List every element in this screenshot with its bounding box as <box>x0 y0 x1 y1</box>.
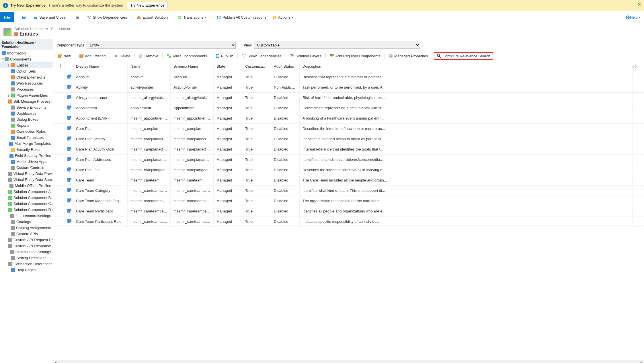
sidebar-item-catalogs[interactable]: Catalogs <box>0 219 53 225</box>
sidebar-item-dialog-boxes[interactable]: Dialog Boxes <box>0 116 53 122</box>
close-banner-icon[interactable]: ✕ <box>637 2 641 7</box>
sidebar-item-components[interactable]: ▽Components <box>0 56 53 62</box>
col-header-audit[interactable]: Audit Status <box>271 62 300 71</box>
component-type-select[interactable]: Entity <box>87 42 236 49</box>
save-button[interactable] <box>19 14 30 21</box>
sidebar-item-virtual-entity-data-prov-[interactable]: Virtual Entity Data Prov... <box>0 171 53 177</box>
sidebar-item-solution-component-r-[interactable]: Solution Component R... <box>0 207 53 213</box>
table-row[interactable]: Care Team Managing Organiza...msemr_care… <box>53 196 644 206</box>
scroll-right-icon[interactable]: ▶ <box>639 361 644 363</box>
cell-display-name: Care Team Managing Organiza... <box>73 196 128 205</box>
sidebar-item-plug-in-assemblies[interactable]: ▷Plug-in Assemblies <box>0 92 53 98</box>
file-menu-button[interactable]: File <box>0 12 14 22</box>
save-and-close-button[interactable]: Save and Close <box>31 14 68 21</box>
table-row[interactable]: Care Plan Goalmsemr_careplangoalmsemr_ca… <box>53 165 644 175</box>
col-header-customizable[interactable]: Customizable... <box>242 62 271 71</box>
table-row[interactable]: AccountaccountAccountManagedTrueDisabled… <box>53 72 644 82</box>
sidebar-item-field-security-profiles[interactable]: Field Security Profiles <box>0 153 53 159</box>
sidebar-item-processes[interactable]: Processes <box>0 86 53 92</box>
table-row[interactable]: Care Plan Activitymsemr_careplanactivity… <box>53 134 644 144</box>
sidebar-item-solution-component-b-[interactable]: Solution Component B... <box>0 195 53 201</box>
sidebar-item-information[interactable]: Information <box>0 50 53 56</box>
sidebar-item-option-sets[interactable]: Option Sets <box>0 68 53 74</box>
add-required-components-button[interactable]: +Add Required Components <box>327 53 383 59</box>
add-existing-button[interactable]: +Add Existing <box>77 53 108 59</box>
sidebar-item-service-endpoints[interactable]: Service Endpoints <box>0 104 53 110</box>
sidebar-item-catalog-assignments[interactable]: Catalog Assignments <box>0 225 53 231</box>
scroll-left-icon[interactable]: ◀ <box>53 361 58 363</box>
add-subcomponents-button[interactable]: Add Subcomponents <box>164 53 209 59</box>
try-new-experience-button[interactable]: Try New Experience <box>127 2 168 9</box>
horizontal-scrollbar[interactable]: ◀ ▶ <box>53 360 644 363</box>
sidebar-item-entities[interactable]: ▷Entities <box>0 62 53 68</box>
sidebar-item-featurecontrolsettings[interactable]: featurecontrolsettings <box>0 213 53 219</box>
expand-icon[interactable]: ▽ <box>2 58 5 61</box>
col-header-description[interactable]: Description <box>300 62 633 71</box>
sidebar-item-client-extensions[interactable]: Client Extensions <box>0 74 53 80</box>
sidebar-item-model-driven-apps[interactable]: Model-driven Apps <box>0 159 53 165</box>
sidebar-item-solution-component-c-[interactable]: Solution Component C... <box>0 201 53 207</box>
translations-icon <box>177 15 182 20</box>
remove-button[interactable]: Remove <box>136 53 161 59</box>
sidebar-item-custom-api-response-[interactable]: Custom API Response ... <box>0 243 53 249</box>
sidebar-item-custom-api-request-pa-[interactable]: Custom API Request Pa... <box>0 237 53 243</box>
table-row[interactable]: Allergy Intolerancemsemr_allergyintolera… <box>53 93 644 103</box>
col-header-display-name[interactable]: Display Name↑ <box>73 62 128 71</box>
cell-display-name: Appointment <box>73 104 128 112</box>
help-button[interactable]: ?Help▼ <box>625 15 641 20</box>
sidebar-item-sdk-message-processin-[interactable]: Sdk Message Processin... <box>0 98 53 104</box>
table-row[interactable]: Care Team Participant Rolemsemr_careteam… <box>53 216 644 227</box>
sidebar-item-web-resources[interactable]: Web Resources <box>0 80 53 86</box>
cell-customizable: True <box>242 104 271 112</box>
col-header-schema[interactable]: Schema Name <box>171 62 214 71</box>
translations-button[interactable]: Translations▼ <box>175 14 209 21</box>
table-row[interactable]: Appointment (EMR)msemr_appointmente...ms… <box>53 113 644 124</box>
col-header-state[interactable]: State <box>214 62 242 71</box>
sidebar-item-custom-apis[interactable]: Custom APIs <box>0 231 53 237</box>
sidebar-item-dashboards[interactable]: Dashboards <box>0 110 53 116</box>
table-row[interactable]: Care Planmsemr_careplanmsemr_careplanMan… <box>53 124 644 134</box>
sidebar-item-mail-merge-templates[interactable]: Mail Merge Templates <box>0 140 53 147</box>
table-row[interactable]: Care Plan Addressesmsemr_careplanaddre..… <box>53 155 644 165</box>
nav-icon <box>11 136 15 140</box>
sidebar-item-email-templates[interactable]: Email Templates <box>0 134 53 140</box>
publish-all-button[interactable]: Publish All Customizations <box>214 14 268 21</box>
sidebar-item-custom-controls[interactable]: Custom Controls <box>0 165 53 171</box>
delete-button[interactable]: ✕Delete <box>112 53 133 59</box>
sidebar-item-connection-roles[interactable]: Connection Roles <box>0 128 53 134</box>
show-dependencies-button[interactable]: Show Dependencies <box>85 14 129 21</box>
show-dependencies-grid-button[interactable]: Show Dependencies <box>239 53 284 59</box>
refresh-button[interactable] <box>633 64 644 69</box>
new-button[interactable]: New <box>55 53 73 59</box>
view-select[interactable]: Customizable <box>254 42 420 49</box>
sidebar-item-connection-references[interactable]: Connection References <box>0 261 53 267</box>
publish-button[interactable]: Publish <box>213 53 236 59</box>
select-all-checkbox[interactable] <box>53 62 65 71</box>
cell-state: Managed <box>214 114 242 123</box>
expand-icon[interactable]: ▷ <box>8 94 11 97</box>
col-header-name[interactable]: Name <box>128 62 171 71</box>
sidebar-item-reports[interactable]: Reports <box>0 122 53 128</box>
expand-icon[interactable]: ▷ <box>8 64 11 67</box>
sidebar-item-label: Help Pages <box>16 268 36 272</box>
export-solution-button[interactable]: Export Solution <box>134 14 170 21</box>
table-row[interactable]: Care Plan Activity Goalmsemr_careplanact… <box>53 144 644 155</box>
chevron-down-icon: ▼ <box>204 16 207 19</box>
sidebar-item-solution-component-a-[interactable]: Solution Component A... <box>0 189 53 195</box>
table-row[interactable]: Care Team Participantmsemr_careteamparti… <box>53 206 644 216</box>
sidebar-item-virtual-entity-data-sour-[interactable]: Virtual Entity Data Sour... <box>0 177 53 183</box>
table-row[interactable]: ActivityactivitypointerActivityPointerMa… <box>53 82 644 93</box>
actions-button[interactable]: Actions▼ <box>270 14 296 21</box>
table-row[interactable]: Care Teammsemr_careteammsemr_careteamMan… <box>53 175 644 186</box>
print-button[interactable] <box>73 14 83 21</box>
sidebar-item-mobile-offline-profiles[interactable]: Mobile Offline Profiles <box>0 183 53 189</box>
solution-layers-button[interactable]: Solution Layers <box>288 53 324 59</box>
table-row[interactable]: AppointmentappointmentAppointmentManaged… <box>53 103 644 113</box>
sidebar-item-security-roles[interactable]: Security Roles <box>0 147 53 153</box>
sidebar-item-organization-settings[interactable]: Organization Settings <box>0 249 53 255</box>
sidebar-item-setting-definitions[interactable]: Setting Definitions <box>0 255 53 261</box>
table-row[interactable]: Care Team Categorymsemr_careteamcateg...… <box>53 186 644 196</box>
sidebar-item-help-pages[interactable]: Help Pages <box>0 267 53 273</box>
managed-properties-button[interactable]: Managed Properties <box>386 53 430 59</box>
configure-relevance-search-button[interactable]: Configure Relevance Search <box>434 52 493 60</box>
